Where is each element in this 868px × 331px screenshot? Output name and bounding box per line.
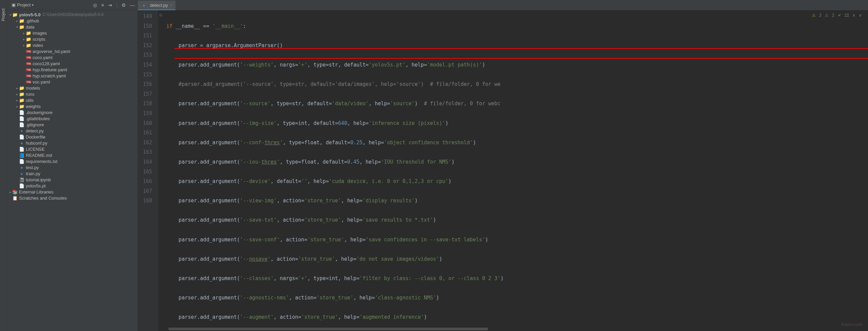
ln-158: 158 [138, 99, 158, 109]
tree-yolov5spt[interactable]: 📄yolov5s.pt [7, 183, 137, 189]
vert-tab-label: Project [1, 7, 6, 23]
tree-scripts[interactable]: 📁scripts [7, 36, 137, 42]
tree-extlib[interactable]: 📚External Libraries [7, 189, 137, 195]
project-sidebar: ▣ Project ▾ ◎ ≡ ⇥ | ⚙ — 📁yolov5-5.0C:\Us… [7, 0, 138, 331]
tree-detect[interactable]: ●detect.py [7, 128, 137, 134]
tree-dockerignore[interactable]: 📄.dockerignore [7, 109, 137, 115]
tree-weights[interactable]: 📁weights [7, 103, 137, 109]
tree-dockerfile[interactable]: 📄Dockerfile [7, 134, 137, 140]
tree-coco128[interactable]: YMLcoco128.yaml [7, 60, 137, 67]
root-name: yolov5-5.0 [19, 12, 41, 17]
file-tab-detect[interactable]: ● detect.py × [138, 1, 176, 10]
tree-trainpy[interactable]: ●train.py [7, 170, 137, 177]
tree-models[interactable]: 📁models [7, 85, 137, 91]
warning-icon: ⚠ [812, 13, 816, 18]
scrollbar-thumb[interactable] [168, 328, 488, 330]
editor-body[interactable]: 149 150 151 152 153 154 155 156 157 158 … [138, 10, 868, 331]
project-label: Project [17, 2, 31, 7]
annotation-redline-1 [174, 48, 868, 49]
tree-scratches[interactable]: 📋Scratches and Consoles [7, 195, 137, 201]
warn-count-2: 2 [832, 13, 834, 18]
inspection-status[interactable]: ⚠2 ⚠2 ✔22 ∧ ∨ [812, 13, 862, 18]
tree-github[interactable]: 📁.github [7, 18, 137, 24]
gear-icon[interactable]: ⚙ [122, 2, 126, 8]
editor-area: ● detect.py × ⚠2 ⚠2 ✔22 ∧ ∨ 149 150 151 … [138, 0, 868, 331]
tab-bar: ● detect.py × [138, 0, 868, 10]
ln-157: 157 [138, 89, 158, 99]
sidebar-toolbar: ▣ Project ▾ ◎ ≡ ⇥ | ⚙ — [7, 0, 137, 10]
ln-152: 152 [138, 41, 158, 51]
close-icon[interactable]: × [170, 3, 172, 7]
weak-warning-icon: ⚠ [825, 13, 829, 18]
tree-gitattributes[interactable]: 📄.gitattributes [7, 115, 137, 122]
ln-156: 156 [138, 79, 158, 89]
project-dropdown[interactable]: ▣ Project ▾ [10, 2, 36, 8]
expand-icon[interactable]: ≡ [101, 2, 104, 8]
tree-requirements[interactable]: 📄requirements.txt [7, 158, 137, 164]
check-icon: ✔ [838, 13, 841, 18]
ok-count: 22 [845, 13, 849, 18]
ln-167: 167 [138, 186, 158, 196]
project-icon: ▣ [12, 2, 16, 7]
line-gutter[interactable]: 149 150 151 152 153 154 155 156 157 158 … [138, 10, 158, 331]
ln-160: 160 [138, 118, 158, 128]
code-area[interactable]: if __name__ == '__main__': parser = argp… [166, 10, 868, 331]
root-path: C:\Users\HDJ\Desktop\yolov5-5.0 [43, 12, 104, 17]
tree-data[interactable]: 📁data [7, 24, 137, 30]
tree-hypscratch[interactable]: YMLhyp.scratch.yaml [7, 73, 137, 79]
ln-151: 151 [138, 31, 158, 41]
fold-icon[interactable]: ⊟ [159, 13, 162, 17]
ln-155: 155 [138, 70, 158, 80]
tree-coco[interactable]: YMLcoco.yaml [7, 54, 137, 60]
chevron-down-icon: ▾ [32, 3, 34, 7]
chevron-up-icon[interactable]: ∧ [852, 13, 855, 18]
divider: | [116, 2, 117, 8]
tree-root[interactable]: 📁yolov5-5.0C:\Users\HDJ\Desktop\yolov5-5… [7, 12, 137, 18]
ln-164: 164 [138, 157, 158, 167]
ln-165: 165 [138, 167, 158, 177]
tree-hypfine[interactable]: YMLhyp.finetune.yaml [7, 67, 137, 73]
warn-count-1: 2 [819, 13, 821, 18]
tree-tutorial[interactable]: 📓tutorial.ipynb [7, 177, 137, 183]
tree-utils[interactable]: 📁utils [7, 97, 137, 103]
tree-runs[interactable]: 📁runs [7, 91, 137, 97]
ln-163: 163 [138, 147, 158, 157]
ln-150: 150 [138, 21, 158, 31]
tree-readme[interactable]: 📘README.md [7, 152, 137, 158]
tree-license[interactable]: 📄LICENSE [7, 146, 137, 152]
tree-argoverse[interactable]: YMLargoverse_hd.yaml [7, 48, 137, 54]
ln-153: 153 [138, 50, 158, 60]
locate-icon[interactable]: ◎ [93, 2, 97, 8]
tree-gitignore[interactable]: 📄.gitignore [7, 122, 137, 128]
chevron-down-icon[interactable]: ∨ [859, 13, 862, 18]
horizontal-scrollbar[interactable] [168, 327, 863, 331]
tree-images[interactable]: 📁images [7, 30, 137, 36]
project-tree[interactable]: 📁yolov5-5.0C:\Users\HDJ\Desktop\yolov5-5… [7, 10, 137, 331]
tree-video[interactable]: 📁video [7, 42, 137, 48]
ln-154: 154 [138, 60, 158, 70]
tree-voc[interactable]: YMLvoc.yaml [7, 79, 137, 85]
tree-testpy[interactable]: ●test.py [7, 164, 137, 170]
tree-hubconf[interactable]: ●hubconf.py [7, 140, 137, 146]
ln-162: 162 [138, 138, 158, 148]
collapse-icon[interactable]: ⇥ [108, 2, 112, 8]
ln-166: 166 [138, 177, 158, 186]
ln-161: 161 [138, 128, 158, 138]
fold-column[interactable]: ⊟ [158, 10, 166, 331]
python-icon: ● [141, 3, 147, 8]
project-vert-tab[interactable]: Project [0, 0, 7, 331]
tab-filename: detect.py [150, 3, 168, 8]
ln-159: 159 [138, 109, 158, 118]
watermark: Yuucn.com [841, 322, 863, 327]
ln-149: 149 [138, 12, 158, 21]
minimize-icon[interactable]: — [130, 2, 135, 8]
ln-168: 168 [138, 196, 158, 206]
annotation-redline-2 [174, 58, 868, 59]
